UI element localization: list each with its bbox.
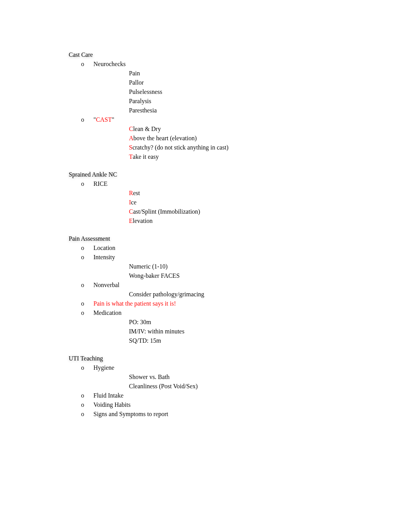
sub-item: oSigns and Symptoms to report bbox=[81, 410, 371, 419]
list-item: Rest bbox=[117, 189, 371, 198]
list-item: Elevation bbox=[117, 216, 371, 226]
item-label: Paralysis bbox=[129, 97, 151, 106]
item-label: Numeric (1-10) bbox=[129, 262, 168, 271]
item-text: ake it easy bbox=[133, 153, 159, 160]
bullet-icon bbox=[117, 290, 129, 292]
bullet-icon bbox=[117, 124, 129, 126]
mnemonic-letter: C bbox=[129, 124, 133, 134]
section-heading: Pain Assessment bbox=[69, 234, 371, 243]
list-item: Paresthesia bbox=[117, 106, 371, 115]
bullet-icon bbox=[117, 382, 129, 384]
list-item: Numeric (1-10) bbox=[117, 262, 371, 271]
list-item: Wong-baker FACES bbox=[117, 271, 371, 280]
item-label: Elevation bbox=[129, 216, 152, 226]
list-item: SQ/TD: 15m bbox=[117, 336, 371, 345]
item-label: Ice bbox=[129, 198, 137, 207]
item-label: Wong-baker FACES bbox=[129, 271, 180, 280]
sub-list: oNeurochecksPainPallorPulselessnessParal… bbox=[58, 59, 371, 161]
sub-item: oNonverbal bbox=[81, 280, 371, 290]
section-heading-row: Pain Assessment bbox=[58, 234, 371, 243]
section: Pain AssessmentoLocationoIntensityNumeri… bbox=[58, 234, 371, 345]
document-root: Cast CareoNeurochecksPainPallorPulseless… bbox=[58, 50, 371, 419]
list-item: Scratchy? (do not stick anything in cast… bbox=[117, 143, 371, 152]
item-label: Cleanliness (Post Void/Sex) bbox=[129, 382, 198, 391]
bullet-icon bbox=[117, 336, 129, 338]
sub-label: Voiding Habits bbox=[93, 400, 130, 410]
item-text: ce bbox=[131, 199, 136, 206]
sub-list: oRICERestIceCast/Splint (Immobilization)… bbox=[58, 179, 371, 226]
item-list: Consider pathology/grimacing bbox=[81, 290, 371, 299]
sub-item: o"CAST" bbox=[81, 115, 371, 124]
bullet-icon bbox=[117, 198, 129, 200]
bullet-icon bbox=[117, 134, 129, 136]
bullet-icon: o bbox=[81, 410, 93, 419]
bullet-icon bbox=[117, 271, 129, 273]
bullet-icon: o bbox=[81, 391, 93, 400]
sub-label: Medication bbox=[93, 308, 122, 318]
item-label: Pallor bbox=[129, 78, 144, 87]
mnemonic-letter: R bbox=[129, 189, 133, 198]
bullet-icon bbox=[117, 78, 129, 80]
bullet-icon: o bbox=[81, 280, 93, 290]
item-list: Shower vs. BathCleanliness (Post Void/Se… bbox=[81, 372, 371, 391]
item-label: Above the heart (elevation) bbox=[129, 134, 197, 143]
item-label: Shower vs. Bath bbox=[129, 372, 169, 382]
list-item: Shower vs. Bath bbox=[117, 372, 371, 382]
sub-item: oMedication bbox=[81, 308, 371, 318]
bullet-icon bbox=[117, 152, 129, 154]
sub-list: oHygieneShower vs. BathCleanliness (Post… bbox=[58, 363, 371, 419]
list-item: Ice bbox=[117, 198, 371, 207]
item-text: levation bbox=[133, 218, 153, 224]
sub-item: oFluid Intake bbox=[81, 391, 371, 400]
sub-label-red: CAST bbox=[96, 116, 112, 123]
section: Cast CareoNeurochecksPainPallorPulseless… bbox=[58, 50, 371, 161]
sub-label-red: Pain is what the patient says it is! bbox=[93, 300, 176, 307]
bullet-icon bbox=[117, 327, 129, 329]
list-item: Cleanliness (Post Void/Sex) bbox=[117, 382, 371, 391]
item-label: Scratchy? (do not stick anything in cast… bbox=[129, 143, 229, 152]
bullet-icon bbox=[117, 216, 129, 218]
bullet-icon bbox=[117, 318, 129, 320]
bullet-icon: o bbox=[81, 243, 93, 253]
mnemonic-letter: S bbox=[129, 143, 132, 152]
item-label: Paresthesia bbox=[129, 106, 157, 115]
item-list: RestIceCast/Splint (Immobilization)Eleva… bbox=[81, 189, 371, 226]
list-item: Clean & Dry bbox=[117, 124, 371, 134]
bullet-icon: o bbox=[81, 363, 93, 372]
bullet-icon bbox=[117, 189, 129, 190]
list-item: Pain bbox=[117, 69, 371, 78]
bullet-icon bbox=[117, 207, 129, 209]
sub-item: oIntensity bbox=[81, 253, 371, 262]
item-list: Numeric (1-10)Wong-baker FACES bbox=[81, 262, 371, 280]
sub-label: Neurochecks bbox=[93, 59, 126, 69]
item-text: lean & Dry bbox=[133, 126, 161, 132]
item-label: Consider pathology/grimacing bbox=[129, 290, 204, 299]
bullet-icon bbox=[117, 372, 129, 374]
list-item: Cast/Splint (Immobilization) bbox=[117, 207, 371, 216]
item-label: SQ/TD: 15m bbox=[129, 336, 161, 345]
item-label: Rest bbox=[129, 189, 140, 198]
sub-item: oVoiding Habits bbox=[81, 400, 371, 410]
quote-post: " bbox=[112, 116, 114, 123]
list-item: PO: 30m bbox=[117, 318, 371, 327]
section-heading-row: UTI Teaching bbox=[58, 354, 371, 363]
bullet-icon bbox=[58, 50, 69, 52]
bullet-icon bbox=[58, 234, 69, 236]
item-label: Cast/Splint (Immobilization) bbox=[129, 207, 200, 216]
bullet-icon: o bbox=[81, 253, 93, 262]
item-label: Take it easy bbox=[129, 152, 159, 161]
sub-item: oRICE bbox=[81, 179, 371, 189]
mnemonic-letter: T bbox=[129, 152, 133, 161]
mnemonic-letter: C bbox=[129, 207, 133, 216]
list-item: IM/IV: within minutes bbox=[117, 327, 371, 336]
list-item: Pulselessness bbox=[117, 87, 371, 97]
bullet-icon bbox=[117, 262, 129, 264]
mnemonic-letter: E bbox=[129, 216, 133, 226]
mnemonic-letter: A bbox=[129, 134, 134, 143]
item-list: PainPallorPulselessnessParalysisParesthe… bbox=[81, 69, 371, 115]
item-text: ast/Splint (Immobilization) bbox=[133, 208, 200, 215]
sub-label: Hygiene bbox=[93, 363, 114, 372]
bullet-icon: o bbox=[81, 308, 93, 318]
list-item: Pallor bbox=[117, 78, 371, 87]
section-heading: Sprained Ankle NC bbox=[69, 170, 371, 179]
